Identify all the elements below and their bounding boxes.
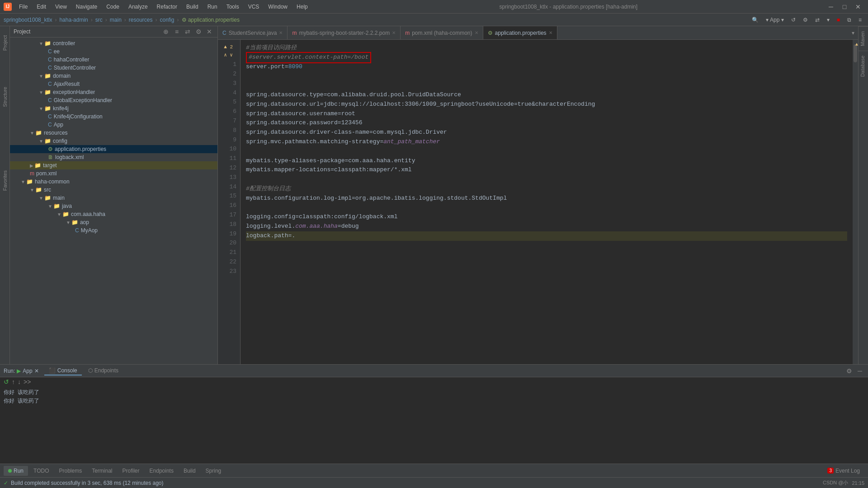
close-button[interactable]: ✕	[852, 2, 864, 12]
menu-bar: File Edit View Navigate Code Analyze Ref…	[14, 2, 312, 12]
tree-item-comaaa[interactable]: ▼ 📁 com.aaa.haha	[10, 210, 217, 218]
project-settings-icon[interactable]: ⚙	[194, 28, 203, 35]
settings-icon[interactable]: ⚙	[844, 367, 854, 375]
maximize-button[interactable]: □	[838, 2, 851, 12]
menu-run[interactable]: Run	[203, 2, 222, 12]
restart-icon[interactable]: ↺	[4, 378, 9, 385]
breadcrumb-project[interactable]: springboot1008_ktlx	[4, 17, 52, 23]
tool-tab-terminal[interactable]: Terminal	[87, 466, 117, 476]
tree-item-haha-common[interactable]: ▼ 📁 haha-common	[10, 178, 217, 186]
menu-build[interactable]: Build	[182, 2, 203, 12]
menu-window[interactable]: Window	[264, 2, 292, 12]
event-log-button[interactable]: 3 Event Log	[823, 466, 864, 476]
tree-item-domain[interactable]: ▼ 📁 domain	[10, 72, 217, 80]
bottom-tab-endpoints[interactable]: ⬡ Endpoints	[84, 366, 123, 375]
project-panel-title: Project	[14, 28, 159, 35]
stop-icon[interactable]: ■	[834, 16, 843, 24]
expand-console-icon[interactable]: >>	[24, 378, 31, 385]
refresh-icon[interactable]: ↺	[788, 16, 798, 24]
breadcrumb-src[interactable]: src	[95, 17, 103, 23]
code-content[interactable]: #当前项目访问路径 #server.servlet.context-path=/…	[241, 40, 853, 364]
tree-item-src2[interactable]: ▼ 📁 src	[10, 186, 217, 194]
menu-refactor[interactable]: Refactor	[152, 2, 182, 12]
scroll-up-icon[interactable]: ↑	[12, 378, 15, 385]
settings-icon[interactable]: ⚙	[800, 16, 811, 24]
project-close-icon[interactable]: ✕	[205, 28, 214, 35]
project-label[interactable]: Project	[1, 31, 9, 55]
menu-vcs[interactable]: VCS	[244, 2, 264, 12]
tab-pom-haha[interactable]: m pom.xml (haha-common) ✕	[401, 26, 483, 39]
tree-item-ajaxresult[interactable]: C AjaxResult	[10, 80, 217, 88]
tree-item-hahacontroller[interactable]: C hahaController	[10, 56, 217, 64]
project-gear-icon[interactable]: ⊕	[161, 28, 170, 35]
tab-close-icon[interactable]: ✕	[549, 30, 552, 35]
tab-studentservice[interactable]: C StudentService.java ✕	[218, 26, 288, 39]
tree-item-logback[interactable]: 🗎 logback.xml	[10, 153, 217, 161]
tool-tab-run[interactable]: Run	[4, 466, 28, 476]
tool-tab-spring[interactable]: Spring	[201, 466, 226, 476]
tree-item-knife4jconfig[interactable]: C Knife4jConfiguration	[10, 113, 217, 121]
scrollbar-thumb[interactable]	[854, 44, 857, 62]
tool-tab-build[interactable]: Build	[179, 466, 200, 476]
database-label[interactable]: Database	[859, 51, 868, 81]
tab-close-icon[interactable]: ✕	[475, 30, 478, 35]
tab-application-properties[interactable]: ⚙ application.properties ✕	[483, 26, 557, 39]
project-sort-icon[interactable]: ⇄	[183, 28, 192, 35]
structure-label[interactable]: Structure	[1, 82, 9, 112]
run-icon[interactable]: ▶	[17, 368, 21, 374]
tool-tab-endpoints[interactable]: Endpoints	[145, 466, 178, 476]
bottom-tab-console[interactable]: ⬛ Console	[44, 366, 82, 375]
tree-item-config[interactable]: ▼ 📁 config	[10, 137, 217, 145]
tree-item-controller[interactable]: ▼ 📁 controller	[10, 39, 217, 47]
run-close-icon[interactable]: ✕	[34, 368, 39, 374]
tree-item-application-properties[interactable]: ⚙ application.properties	[10, 145, 217, 153]
favorites-label[interactable]: Favorites	[1, 166, 9, 195]
menu-analyze[interactable]: Analyze	[124, 2, 152, 12]
breadcrumb-file[interactable]: ⚙ application.properties	[182, 17, 240, 23]
tab-mybatis-pom[interactable]: m mybatis-spring-boot-starter-2.2.2.pom …	[288, 26, 401, 39]
tree-item-aop[interactable]: ▼ 📁 aop	[10, 218, 217, 226]
maven-label[interactable]: Maven	[859, 26, 868, 51]
tool-tab-profiler[interactable]: Profiler	[118, 466, 144, 476]
app-dropdown[interactable]: ▾ App ▾	[763, 16, 786, 24]
tree-item-java[interactable]: ▼ 📁 java	[10, 202, 217, 210]
menu-view[interactable]: View	[51, 2, 71, 12]
tree-item-myaop[interactable]: C MyAop	[10, 226, 217, 235]
tree-item-studentcontroller[interactable]: C StudentController	[10, 64, 217, 72]
project-list-icon[interactable]: ≡	[172, 28, 181, 35]
menu-help[interactable]: Help	[292, 2, 312, 12]
tree-item-app[interactable]: C App	[10, 121, 217, 129]
more-icon[interactable]: ≡	[856, 16, 864, 24]
breadcrumb-resources[interactable]: resources	[129, 17, 153, 23]
tree-item-main2[interactable]: ▼ 📁 main	[10, 194, 217, 202]
dropdown-icon[interactable]: ▾	[824, 16, 832, 24]
sync-icon[interactable]: ⇄	[812, 16, 822, 24]
scroll-down-icon[interactable]: ↓	[18, 378, 21, 385]
tab-close-icon[interactable]: ✕	[392, 30, 396, 35]
tree-item-ee[interactable]: C ee	[10, 47, 217, 56]
expand-icon[interactable]: ⧉	[844, 16, 854, 24]
tree-item-target[interactable]: ▶ 📁 target	[10, 161, 217, 169]
breadcrumb-module[interactable]: haha-admin	[59, 17, 88, 23]
scrollbar[interactable]: ▲	[853, 40, 858, 364]
tree-item-globalexceptionhandler[interactable]: C GlobalExceptionHandler	[10, 96, 217, 104]
tab-overflow-button[interactable]: ▾	[848, 30, 858, 36]
tool-tab-problems[interactable]: Problems	[54, 466, 86, 476]
menu-code[interactable]: Code	[102, 2, 124, 12]
tree-item-resources[interactable]: ▼ 📁 resources	[10, 129, 217, 137]
breadcrumb-config[interactable]: config	[160, 17, 175, 23]
menu-tools[interactable]: Tools	[222, 2, 244, 12]
menu-edit[interactable]: Edit	[32, 2, 51, 12]
tree-item-exceptionhandler[interactable]: ▼ 📁 exceptionHandler	[10, 88, 217, 96]
minimize-button[interactable]: ─	[825, 2, 837, 12]
tree-collapse-icon: ▼	[39, 90, 43, 95]
tool-tab-todo[interactable]: TODO	[29, 466, 53, 476]
breadcrumb-main[interactable]: main	[110, 17, 122, 23]
search-icon[interactable]: 🔍	[749, 16, 761, 24]
tree-item-knife4j[interactable]: ▼ 📁 knife4j	[10, 104, 217, 113]
tree-item-pom[interactable]: m pom.xml	[10, 169, 217, 178]
menu-file[interactable]: File	[14, 2, 32, 12]
minimize-panel-icon[interactable]: ─	[855, 367, 864, 375]
tab-close-icon[interactable]: ✕	[279, 30, 283, 35]
menu-navigate[interactable]: Navigate	[71, 2, 102, 12]
